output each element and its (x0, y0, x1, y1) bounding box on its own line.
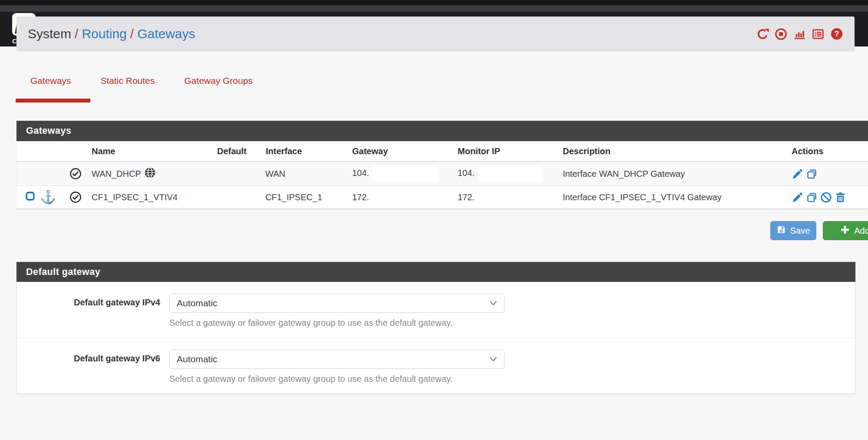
default-gateway-ipv6-label: Default gateway IPv6 (17, 350, 169, 384)
table-row: WAN_DHCP WAN 104. 104. Interface WAN_DHC… (17, 162, 868, 185)
default-gateway-ipv4-select[interactable]: Automatic (169, 294, 505, 313)
gateway-description: Interface CF1_IPSEC_1_VTIV4 Gateway (553, 192, 779, 202)
copy-icon[interactable] (806, 192, 818, 203)
table-actions-row: Save Add (17, 221, 868, 240)
default-gateway-ipv6-select[interactable]: Automatic (169, 350, 505, 369)
tab-static-routes[interactable]: Static Routes (100, 76, 155, 86)
svg-text:?: ? (835, 30, 839, 38)
add-button[interactable]: Add (823, 221, 868, 240)
default-gateway-panel: Default gateway Default gateway IPv4 Aut… (17, 262, 855, 394)
default-gateway-panel-title: Default gateway (17, 262, 855, 282)
list-icon[interactable] (812, 28, 825, 40)
monitor-ip: 172. (458, 192, 475, 202)
gateways-panel-title: Gateways (17, 121, 868, 141)
table-row: ⚓ CF1_IPSEC_1_VTIV4 CF1_IPSEC_1 172. 172… (17, 185, 868, 209)
gateway-interface: CF1_IPSEC_1 (255, 192, 342, 202)
form-row-ipv4: Default gateway IPv4 Automatic Select a … (17, 282, 855, 337)
edit-icon[interactable] (792, 192, 803, 203)
default-gateway-ipv4-label: Default gateway IPv4 (17, 294, 169, 328)
page-toolbar: ? (756, 27, 843, 40)
square-icon (25, 191, 35, 203)
gateways-panel: Gateways Name Default Interface Gateway … (17, 121, 868, 209)
col-gateway: Gateway (342, 146, 446, 156)
active-tab-indicator (16, 99, 90, 103)
ban-icon[interactable] (820, 192, 832, 203)
gateway-interface: WAN (255, 169, 342, 179)
stop-circle-icon[interactable] (775, 28, 787, 40)
gateway-name: CF1_IPSEC_1_VTIV4 (92, 192, 178, 202)
bar-chart-icon[interactable] (793, 28, 806, 40)
plus-icon (840, 225, 850, 237)
breadcrumb-gateways-link[interactable]: Gateways (137, 26, 195, 41)
check-circle-icon (69, 168, 82, 180)
chevron-down-icon (489, 301, 497, 306)
anchor-icon: ⚓ (40, 191, 56, 204)
trash-icon[interactable] (835, 192, 846, 203)
gateway-description: Interface WAN_DHCP Gateway (553, 169, 779, 179)
col-actions: Actions (779, 146, 868, 156)
breadcrumb-bar: System/Routing/Gateways (17, 17, 855, 51)
chevron-down-icon (489, 357, 497, 362)
breadcrumb-system: System (28, 26, 71, 41)
tab-gateways[interactable]: Gateways (30, 76, 71, 86)
col-interface: Interface (255, 146, 342, 156)
window-chrome-strip (0, 0, 868, 5)
table-header-row: Name Default Interface Gateway Monitor I… (17, 141, 868, 162)
col-monitor-ip: Monitor IP (446, 146, 553, 156)
refresh-icon[interactable] (756, 28, 769, 40)
breadcrumb: System/Routing/Gateways (28, 26, 195, 41)
redacted-value (373, 165, 439, 182)
tab-gateway-groups[interactable]: Gateway Groups (184, 76, 253, 86)
col-description: Description (553, 146, 779, 156)
default-gateway-ipv4-help: Select a gateway or failover gateway gro… (169, 318, 505, 328)
save-icon (777, 225, 786, 236)
redacted-value (478, 165, 542, 182)
save-button[interactable]: Save (770, 221, 816, 240)
copy-icon[interactable] (806, 168, 818, 180)
window-chrome-strip-2 (0, 5, 868, 12)
gateway-name: WAN_DHCP (92, 169, 141, 179)
check-circle-icon (69, 191, 82, 203)
breadcrumb-routing-link[interactable]: Routing (82, 26, 126, 41)
default-gateway-ipv6-help: Select a gateway or failover gateway gro… (169, 374, 505, 384)
monitor-ip: 104. (458, 168, 475, 178)
help-icon[interactable]: ? (830, 27, 843, 40)
gateway-address: 172. (352, 192, 369, 202)
tab-bar: Gateways Static Routes Gateway Groups (0, 76, 868, 103)
pfsense-gateways-page: pf sense® COMMUNITY EDITION System Inter… (0, 0, 868, 440)
globe-icon (144, 167, 156, 181)
edit-icon[interactable] (792, 168, 803, 180)
col-name: Name (82, 146, 208, 156)
form-row-ipv6: Default gateway IPv6 Automatic Select a … (17, 337, 855, 394)
col-default: Default (208, 146, 255, 156)
gateway-address: 104. (352, 168, 369, 178)
